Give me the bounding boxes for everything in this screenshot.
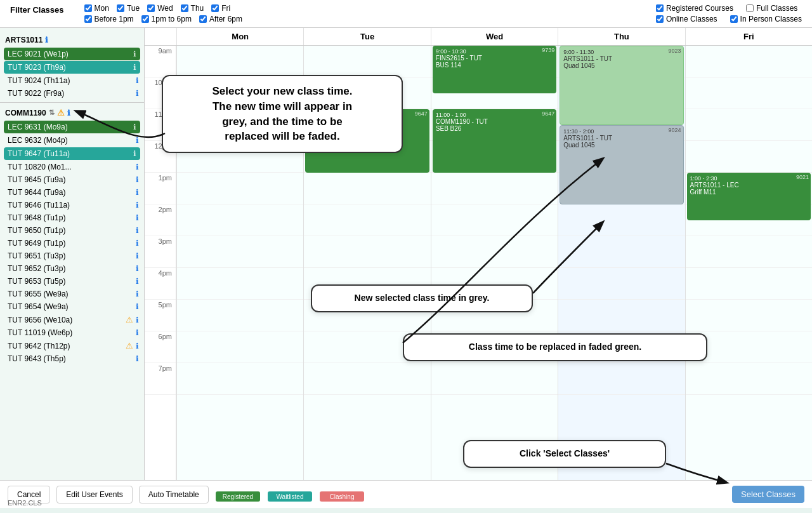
class-tut9649[interactable]: TUT 9649 (Tu1p) ℹ: [0, 237, 144, 250]
class-tut9655-label: TUT 9655 (We9a): [8, 290, 133, 298]
class-tut9656-label: TUT 9656 (We10a): [8, 316, 123, 324]
thu-header: Thu: [558, 28, 684, 45]
class-tut9648-label: TUT 9648 (Tu1p): [8, 213, 133, 222]
class-tut9643[interactable]: TUT 9643 (Th5p) ℹ: [0, 352, 144, 365]
tut10820-info-icon[interactable]: ℹ: [136, 163, 139, 171]
full-classes-checkbox[interactable]: [746, 4, 754, 12]
event-arts1011-th9024[interactable]: 11:30 - 2:00 9024 ARTS1011 - TUT Quad 10…: [560, 125, 683, 204]
comm1190-info-icon[interactable]: ℹ: [67, 109, 70, 117]
class-tut9650[interactable]: TUT 9650 (Tu1p) ℹ: [0, 224, 144, 237]
event-arts1011-th9024-title: ARTS1011 - TUT: [563, 135, 679, 142]
tut9645-info-icon[interactable]: ℹ: [136, 175, 139, 184]
class-tut9654[interactable]: TUT 9654 (We9a) ℹ: [0, 300, 144, 313]
before1pm-checkbox[interactable]: [84, 15, 92, 23]
lec9631-info-icon[interactable]: ℹ: [133, 123, 136, 131]
event-arts1011-th9024-num: 9024: [669, 127, 681, 133]
tut9656-info-icon[interactable]: ℹ: [136, 316, 139, 324]
class-tut9023[interactable]: TUT 9023 (Th9a) ℹ: [4, 61, 140, 74]
tut9648-info-icon[interactable]: ℹ: [136, 213, 139, 222]
class-tut9023-label: TUT 9023 (Th9a): [8, 63, 131, 72]
tut9649-info-icon[interactable]: ℹ: [136, 239, 139, 248]
registered-legend-dot: Registered: [216, 491, 260, 502]
class-tut9644[interactable]: TUT 9644 (Tu9a) ℹ: [0, 186, 144, 199]
class-tut9643-label: TUT 9643 (Th5p): [8, 354, 133, 363]
class-tut9650-label: TUT 9650 (Tu1p): [8, 226, 133, 235]
class-tut9648[interactable]: TUT 9648 (Tu1p) ℹ: [0, 211, 144, 224]
lec9021-info-icon[interactable]: ℹ: [133, 50, 136, 58]
inperson-classes-label: In Person Classes: [740, 15, 802, 23]
arts1011-info-icon[interactable]: ℹ: [45, 36, 48, 44]
time-4pm: 4pm: [145, 268, 176, 300]
class-tut9656[interactable]: TUT 9656 (We10a) ⚠ ℹ: [0, 313, 144, 326]
thu-checkbox[interactable]: [181, 4, 188, 12]
mon-slot-2: [177, 204, 303, 236]
legend-registered: Registered: [216, 491, 260, 502]
class-tut10820-label: TUT 10820 (Mo1...: [8, 163, 133, 171]
tut9651-info-icon[interactable]: ℹ: [136, 251, 139, 260]
event-arts1011-th9023[interactable]: 9:00 - 11:30 9023 ARTS1011 - TUT Quad 10…: [560, 46, 683, 125]
time-7pm: 7pm: [145, 363, 176, 395]
class-tut9642[interactable]: TUT 9642 (Th12p) ⚠ ℹ: [0, 339, 144, 352]
mon-slot-1: [177, 173, 303, 204]
class-tut9653[interactable]: TUT 9653 (Tu5p) ℹ: [0, 275, 144, 288]
event-arts1011-fri[interactable]: 1:00 - 2:30 9021 ARTS1011 - LEC Griff M1…: [687, 173, 811, 220]
class-lec9631[interactable]: LEC 9631 (Mo9a) ℹ: [4, 121, 140, 133]
class-tut9655[interactable]: TUT 9655 (We9a) ℹ: [0, 288, 144, 300]
tut9653-info-icon[interactable]: ℹ: [136, 277, 139, 286]
tut9652-info-icon[interactable]: ℹ: [136, 264, 139, 273]
edit-user-events-button[interactable]: Edit User Events: [56, 486, 132, 503]
event-arts1011-fri-time: 1:00 - 2:30: [690, 175, 717, 182]
auto-timetable-button[interactable]: Auto Timetable: [139, 486, 209, 503]
tut9022-info-icon[interactable]: ℹ: [136, 89, 139, 98]
mon-checkbox[interactable]: [84, 4, 92, 12]
class-tut9024[interactable]: TUT 9024 (Th11a) ℹ: [0, 74, 144, 87]
footer: Cancel Edit User Events Auto Timetable R…: [0, 480, 812, 508]
online-classes-checkbox[interactable]: [656, 15, 664, 23]
time-header: [145, 28, 176, 45]
event-comm1190-wed[interactable]: 11:00 - 1:00 9647 COMM1190 - TUT SEB B26: [433, 109, 556, 173]
after6pm-label: After 6pm: [209, 15, 242, 23]
class-tut9022[interactable]: TUT 9022 (Fr9a) ℹ: [0, 87, 144, 100]
filter-title: Filter Classes: [10, 5, 64, 15]
tut9023-info-icon[interactable]: ℹ: [133, 63, 136, 72]
tut9646-info-icon[interactable]: ℹ: [136, 201, 139, 210]
event-fins2615[interactable]: 9:00 - 10:30 9739 FINS2615 - TUT BUS 114: [433, 46, 556, 93]
lec9632-info-icon[interactable]: ℹ: [136, 136, 139, 145]
tooltip-new-class-grey: New selected class time in grey.: [311, 284, 533, 312]
class-tut9022-label: TUT 9022 (Fr9a): [8, 89, 133, 98]
tut9642-info-icon[interactable]: ℹ: [136, 342, 139, 350]
tut9644-info-icon[interactable]: ℹ: [136, 188, 139, 197]
inperson-classes-checkbox[interactable]: [730, 15, 738, 23]
class-tut9652[interactable]: TUT 9652 (Tu3p) ℹ: [0, 262, 144, 275]
wed-checkbox[interactable]: [147, 4, 155, 12]
tut9024-info-icon[interactable]: ℹ: [136, 76, 139, 85]
tut9647-info-icon[interactable]: ℹ: [133, 149, 136, 158]
registered-courses-checkbox[interactable]: [656, 4, 664, 12]
tue-checkbox[interactable]: [117, 4, 124, 12]
tut9655-info-icon[interactable]: ℹ: [136, 290, 139, 298]
fri-checkbox[interactable]: [211, 4, 219, 12]
tut9643-info-icon[interactable]: ℹ: [136, 354, 139, 363]
class-lec9632[interactable]: LEC 9632 (Mo4p) ℹ: [0, 134, 144, 147]
class-tut9647[interactable]: TUT 9647 (Tu11a) ℹ: [4, 147, 140, 160]
class-tut9651[interactable]: TUT 9651 (Tu3p) ℹ: [0, 250, 144, 262]
class-lec9021[interactable]: LEC 9021 (We1p) ℹ: [4, 48, 140, 60]
tut9654-info-icon[interactable]: ℹ: [136, 302, 139, 311]
time-3pm: 3pm: [145, 236, 176, 268]
class-tut10820[interactable]: TUT 10820 (Mo1... ℹ: [0, 161, 144, 173]
mon-slot-4: [177, 268, 303, 300]
course-comm1190-header: COMM1190 ⇅ ⚠ ℹ: [0, 105, 144, 120]
tut11019-info-icon[interactable]: ℹ: [136, 328, 139, 337]
class-tut9646[interactable]: TUT 9646 (Tu11a) ℹ: [0, 199, 144, 211]
after6pm-checkbox[interactable]: [199, 15, 207, 23]
class-tut11019[interactable]: TUT 11019 (We6p) ℹ: [0, 326, 144, 339]
course-comm1190-name: COMM1190: [5, 109, 46, 117]
select-classes-button[interactable]: Select Classes: [732, 486, 804, 503]
tut9650-info-icon[interactable]: ℹ: [136, 226, 139, 235]
class-tut9645[interactable]: TUT 9645 (Tu9a) ℹ: [0, 173, 144, 186]
class-tut9647-label: TUT 9647 (Tu11a): [8, 149, 131, 158]
event-arts1011-fri-num: 9021: [796, 174, 809, 180]
event-fins2615-title: FINS2615 - TUT: [436, 55, 553, 62]
1pmto6pm-checkbox[interactable]: [141, 15, 149, 23]
waitlisted-legend-dot: Waitlisted: [268, 491, 312, 502]
